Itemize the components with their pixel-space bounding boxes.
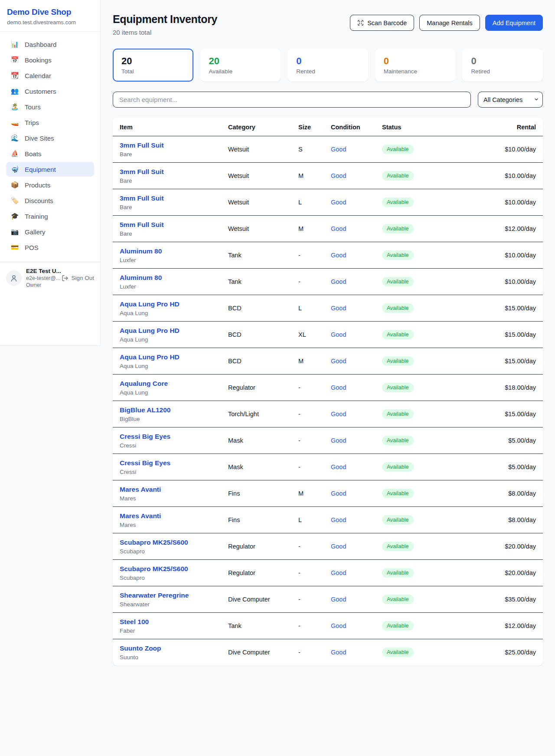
condition-link[interactable]: Good — [331, 411, 346, 417]
condition-link[interactable]: Good — [331, 225, 346, 232]
condition-link[interactable]: Good — [331, 622, 346, 629]
status-badge: Available — [382, 250, 414, 260]
status-badge: Available — [382, 330, 414, 339]
condition-link[interactable]: Good — [331, 649, 346, 656]
stat-card-available[interactable]: 20 Available — [200, 49, 281, 82]
equipment-name-link[interactable]: Aqua Lung Pro HD — [120, 327, 180, 335]
sidebar-item-customers[interactable]: 👥 Customers — [6, 84, 94, 99]
equipment-name-link[interactable]: 3mm Full Suit — [120, 141, 164, 149]
equipment-name-link[interactable]: BigBlue AL1200 — [120, 406, 170, 414]
sidebar-item-tours[interactable]: 🏝️ Tours — [6, 99, 94, 114]
stat-value: 0 — [384, 56, 447, 67]
equipment-name-link[interactable]: 3mm Full Suit — [120, 194, 164, 202]
condition-link[interactable]: Good — [331, 437, 346, 444]
size-cell: M — [291, 163, 324, 189]
equipment-name-link[interactable]: Mares Avanti — [120, 486, 161, 493]
table-row: 3mm Full Suit Bare Wetsuit M Good Availa… — [113, 163, 543, 189]
table-row: Aqua Lung Pro HD Aqua Lung BCD L Good Av… — [113, 295, 543, 322]
equipment-name-link[interactable]: Aluminum 80 — [120, 274, 162, 282]
condition-link[interactable]: Good — [331, 172, 346, 179]
wave-icon: 🌊 — [10, 134, 19, 142]
sidebar-item-training[interactable]: 🎓 Training — [6, 209, 94, 224]
sidebar-item-discounts[interactable]: 🏷️ Discounts — [6, 193, 94, 208]
sidebar-item-label: Dashboard — [25, 41, 56, 48]
sidebar-item-bookings[interactable]: 📅 Bookings — [6, 53, 94, 67]
table-row: 3mm Full Suit Bare Wetsuit S Good Availa… — [113, 136, 543, 163]
size-cell: - — [291, 242, 324, 269]
equipment-name-link[interactable]: Aqua Lung Pro HD — [120, 300, 180, 308]
equipment-name-link[interactable]: Cressi Big Eyes — [120, 459, 170, 467]
sign-out-button[interactable]: Sign Out — [62, 275, 94, 282]
equipment-brand: Bare — [120, 204, 214, 210]
condition-link[interactable]: Good — [331, 278, 346, 285]
condition-link[interactable]: Good — [331, 490, 346, 497]
stat-card-total[interactable]: 20 Total — [113, 49, 193, 82]
rental-cell: $8.00/day — [440, 480, 543, 507]
equipment-name-link[interactable]: Scubapro MK25/S600 — [120, 539, 188, 546]
equipment-name-link[interactable]: 3mm Full Suit — [120, 168, 164, 176]
equipment-name-link[interactable]: Steel 100 — [120, 618, 149, 626]
manage-rentals-button[interactable]: Manage Rentals — [419, 15, 480, 31]
column-header-rental: Rental — [440, 118, 543, 136]
brand-name[interactable]: Demo Dive Shop — [7, 7, 93, 17]
user-name: E2E Test U... — [26, 268, 57, 274]
equipment-name-link[interactable]: 5mm Full Suit — [120, 221, 164, 229]
equipment-name-link[interactable]: Suunto Zoop — [120, 644, 161, 652]
category-cell: Regulator — [221, 375, 291, 401]
add-equipment-button[interactable]: Add Equipment — [485, 15, 543, 31]
condition-link[interactable]: Good — [331, 463, 346, 470]
rental-cell: $10.00/day — [440, 242, 543, 269]
condition-link[interactable]: Good — [331, 252, 346, 259]
table-row: 5mm Full Suit Bare Wetsuit M Good Availa… — [113, 216, 543, 242]
equipment-name-link[interactable]: Aluminum 80 — [120, 247, 162, 255]
stat-value: 0 — [296, 56, 359, 67]
sign-out-icon — [62, 275, 69, 282]
status-badge: Available — [382, 409, 414, 419]
equipment-name-link[interactable]: Aqua Lung Pro HD — [120, 353, 180, 361]
sidebar-item-dive-sites[interactable]: 🌊 Dive Sites — [6, 131, 94, 145]
condition-link[interactable]: Good — [331, 305, 346, 312]
equipment-name-link[interactable]: Shearwater Peregrine — [120, 592, 189, 599]
header-actions: Scan Barcode Manage Rentals Add Equipmen… — [350, 15, 543, 31]
rental-cell: $10.00/day — [440, 189, 543, 216]
condition-link[interactable]: Good — [331, 569, 346, 576]
stat-card-maintenance[interactable]: 0 Maintenance — [375, 49, 456, 82]
category-select[interactable]: All Categories — [478, 92, 543, 108]
condition-link[interactable]: Good — [331, 358, 346, 365]
table-row: Suunto Zoop Suunto Dive Computer - Good … — [113, 639, 543, 666]
sidebar-item-dashboard[interactable]: 📊 Dashboard — [6, 37, 94, 52]
search-input[interactable] — [113, 92, 471, 108]
condition-link[interactable]: Good — [331, 331, 346, 338]
stat-card-retired[interactable]: 0 Retired — [462, 49, 543, 82]
sidebar-item-products[interactable]: 📦 Products — [6, 177, 94, 192]
condition-link[interactable]: Good — [331, 596, 346, 603]
equipment-name-link[interactable]: Cressi Big Eyes — [120, 433, 170, 440]
equipment-name-link[interactable]: Aqualung Core — [120, 380, 168, 388]
sidebar-item-pos[interactable]: 💳 POS — [6, 240, 94, 255]
user-role: Owner — [26, 282, 57, 288]
stat-card-rented[interactable]: 0 Rented — [287, 49, 368, 82]
equipment-name-link[interactable]: Mares Avanti — [120, 512, 161, 520]
user-info: E2E Test U... e2e-tester@... Owner — [26, 268, 57, 288]
rental-cell: $12.00/day — [440, 613, 543, 639]
sidebar-item-boats[interactable]: ⛵ Boats — [6, 146, 94, 161]
table-row: Aluminum 80 Luxfer Tank - Good Available… — [113, 269, 543, 295]
condition-link[interactable]: Good — [331, 543, 346, 550]
condition-link[interactable]: Good — [331, 199, 346, 206]
sidebar-item-equipment[interactable]: 🤿 Equipment — [6, 162, 94, 177]
sailboat-icon: ⛵ — [10, 150, 19, 158]
sidebar-item-trips[interactable]: 🚤 Trips — [6, 115, 94, 130]
equipment-brand: Luxfer — [120, 283, 214, 290]
sidebar-item-gallery[interactable]: 📷 Gallery — [6, 224, 94, 239]
scan-barcode-button[interactable]: Scan Barcode — [350, 15, 414, 31]
stat-label: Maintenance — [384, 68, 447, 75]
condition-link[interactable]: Good — [331, 516, 346, 523]
equipment-name-link[interactable]: Scubapro MK25/S600 — [120, 565, 188, 573]
sidebar-item-calendar[interactable]: 📆 Calendar — [6, 68, 94, 83]
sidebar: Demo Dive Shop demo.test.divestreams.com… — [0, 0, 101, 346]
category-cell: Mask — [221, 454, 291, 480]
table-row: Steel 100 Faber Tank - Good Available $1… — [113, 613, 543, 639]
condition-link[interactable]: Good — [331, 384, 346, 391]
table-row: Mares Avanti Mares Fins L Good Available… — [113, 507, 543, 533]
condition-link[interactable]: Good — [331, 146, 346, 153]
